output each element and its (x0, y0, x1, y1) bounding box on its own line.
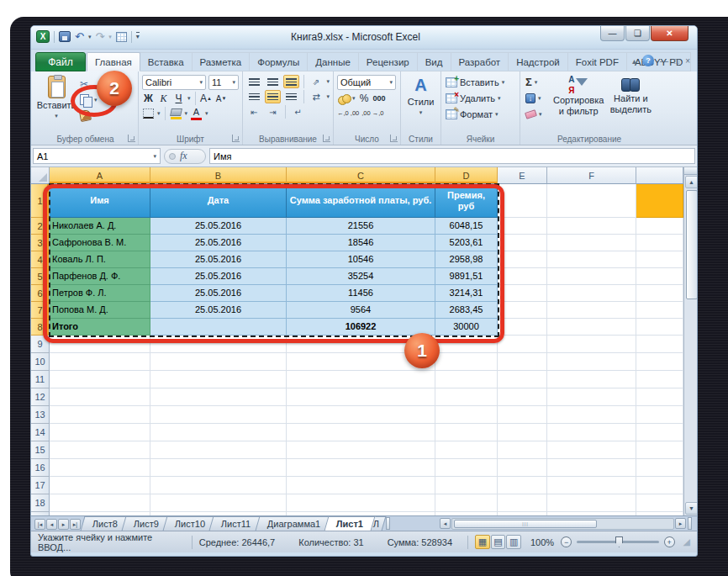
scroll-down-icon[interactable]: ▼ (685, 502, 699, 515)
cell[interactable] (636, 353, 683, 371)
font-name-combo[interactable]: Calibri▾ (142, 75, 206, 90)
dialog-launcher-icon[interactable] (232, 135, 240, 142)
find-select-button[interactable]: Найти и выделить (606, 74, 656, 122)
cell[interactable] (636, 371, 683, 388)
first-sheet-button[interactable]: |◂ (34, 519, 45, 530)
cell[interactable] (287, 441, 435, 459)
caret-down-icon[interactable]: ▾ (153, 153, 156, 160)
styles-button[interactable]: А Стили ▾ (404, 74, 438, 118)
qat-table-icon[interactable] (116, 32, 127, 42)
column-header-F[interactable]: F (547, 167, 636, 184)
cell[interactable] (435, 406, 498, 424)
cell[interactable] (435, 424, 498, 441)
cell[interactable] (547, 251, 636, 268)
minimize-button[interactable]: — (600, 26, 625, 41)
column-header[interactable] (636, 167, 683, 184)
cell[interactable] (287, 424, 435, 441)
scroll-left-icon[interactable]: ◂ (440, 518, 451, 529)
cell[interactable] (498, 336, 547, 353)
cell[interactable] (50, 353, 150, 371)
autosum-button[interactable]: Σ▾ (523, 74, 551, 90)
row-header-12[interactable]: 12 (31, 388, 50, 406)
cell[interactable] (547, 441, 636, 459)
italic-button[interactable]: К (157, 92, 170, 105)
caret-down-icon[interactable]: ▾ (108, 34, 112, 40)
cell[interactable] (498, 388, 547, 406)
cell[interactable] (287, 477, 435, 494)
cell[interactable] (547, 184, 636, 218)
horizontal-scroll-thumb[interactable]: ||| (454, 520, 597, 528)
cell[interactable] (547, 302, 636, 319)
horizontal-scrollbar[interactable]: ◂ ||| ▸ (440, 517, 692, 530)
restore-button[interactable]: ❏ (625, 26, 650, 41)
cell[interactable] (287, 494, 435, 512)
align-right-button[interactable] (283, 90, 299, 103)
next-sheet-button[interactable]: ▸ (58, 519, 69, 530)
cell[interactable] (636, 441, 683, 459)
cell[interactable] (287, 459, 435, 477)
cell[interactable] (498, 184, 547, 218)
caret-down-icon[interactable]: ▾ (327, 78, 330, 85)
caret-down-icon[interactable]: ▾ (352, 95, 356, 102)
cell[interactable] (435, 388, 498, 406)
dialog-launcher-icon[interactable] (323, 135, 330, 142)
cell[interactable] (547, 424, 636, 441)
column-header-B[interactable]: B (150, 167, 287, 184)
cell[interactable] (498, 285, 547, 302)
help-icon[interactable]: ? (642, 55, 654, 66)
cell[interactable] (435, 494, 498, 512)
cell[interactable] (498, 319, 547, 336)
caret-down-icon[interactable]: ▾ (157, 110, 161, 117)
cell[interactable] (636, 235, 683, 251)
caret-down-icon[interactable]: ▾ (327, 93, 330, 100)
grow-font-button[interactable]: А▲ (200, 92, 213, 105)
cell[interactable] (498, 371, 547, 388)
insert-function-button[interactable]: fx (164, 149, 206, 164)
cell[interactable] (50, 388, 150, 406)
name-box[interactable]: A1▾ (33, 148, 161, 164)
ribbon-tab-Разработ[interactable]: Разработ (451, 52, 509, 71)
cell[interactable] (547, 336, 636, 353)
ribbon-tab-Данные[interactable]: Данные (307, 52, 359, 71)
increase-decimal-button[interactable]: ←,0 ,00 (337, 107, 359, 120)
cell[interactable] (547, 285, 636, 302)
zoom-slider[interactable] (577, 541, 659, 543)
caret-down-icon[interactable]: ▾ (187, 95, 191, 102)
cell[interactable] (547, 353, 636, 371)
cell[interactable] (636, 218, 683, 235)
sort-filter-button[interactable]: АЯ Сортировка и фильтр (551, 74, 606, 122)
close-button[interactable]: ✕ (651, 26, 688, 41)
shrink-font-button[interactable]: А▼ (215, 92, 228, 105)
cell[interactable] (498, 251, 547, 268)
align-left-button[interactable] (246, 90, 262, 103)
cell[interactable] (636, 406, 683, 424)
select-all-corner[interactable] (31, 167, 50, 184)
page-layout-view-button[interactable]: ▤ (491, 535, 506, 549)
row-header-18[interactable]: 18 (31, 494, 50, 512)
percent-button[interactable]: % (358, 92, 371, 105)
cell[interactable] (498, 268, 547, 285)
bold-button[interactable]: Ж (142, 92, 155, 105)
insert-cells-button[interactable]: Вставить▾ (444, 74, 517, 90)
cell[interactable] (50, 424, 150, 441)
ribbon-tab-Вставка[interactable]: Вставка (140, 52, 193, 71)
font-size-combo[interactable]: 11▾ (208, 75, 239, 90)
resize-grip-icon[interactable]: ◢ (683, 536, 690, 547)
ribbon-tab-Foxit PDF[interactable]: Foxit PDF (567, 52, 627, 71)
decrease-decimal-button[interactable]: ,00 →,0 (361, 107, 383, 120)
save-icon[interactable] (59, 31, 71, 42)
cell[interactable] (636, 302, 683, 319)
cell[interactable] (547, 235, 636, 251)
row-header-16[interactable]: 16 (31, 459, 50, 477)
row-header-11[interactable]: 11 (31, 371, 50, 388)
cell[interactable] (150, 424, 287, 441)
zoom-in-button[interactable]: + (664, 536, 675, 547)
redo-icon[interactable]: ↷ (95, 31, 104, 42)
cell[interactable] (636, 319, 683, 336)
ribbon-tab-Главная[interactable]: Главная (87, 52, 140, 71)
cell[interactable] (636, 285, 683, 302)
dialog-launcher-icon[interactable] (128, 135, 135, 142)
cell[interactable] (150, 494, 287, 512)
cell[interactable] (547, 218, 636, 235)
cell[interactable] (435, 353, 498, 371)
